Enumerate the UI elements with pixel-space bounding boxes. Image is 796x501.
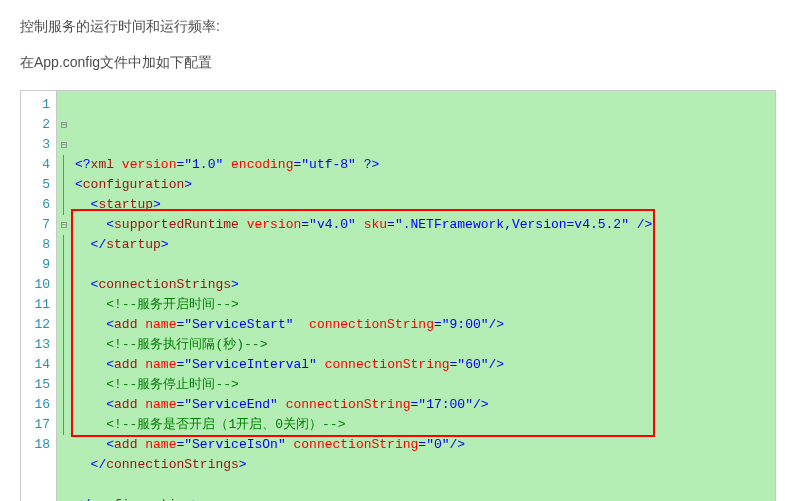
code-line: <!--服务开启时间-->: [75, 295, 769, 315]
code-line: <add name="ServiceStart" connectionStrin…: [75, 315, 769, 335]
fold-guide: [63, 175, 64, 195]
line-number: 16: [25, 395, 50, 415]
intro-paragraph-2: 在App.config文件中加如下配置: [20, 54, 776, 72]
line-number: 2: [25, 115, 50, 135]
code-line: <supportedRuntime version="v4.0" sku=".N…: [75, 215, 769, 235]
fold-guide: [63, 235, 64, 255]
code-block: 123456789101112131415161718 ⊟⊟⊟ <?xml ve…: [20, 90, 776, 501]
line-number: 1: [25, 95, 50, 115]
code-line: <!--服务是否开启（1开启、0关闭）-->: [75, 415, 769, 435]
code-line: <!--服务停止时间-->: [75, 375, 769, 395]
fold-guide: [63, 375, 64, 395]
code-line: [75, 475, 769, 495]
fold-column: ⊟⊟⊟: [57, 91, 71, 501]
line-number: 15: [25, 375, 50, 395]
fold-guide: [63, 155, 64, 175]
code-line: </configuration>: [75, 495, 769, 501]
line-number: 5: [25, 175, 50, 195]
fold-guide: [63, 295, 64, 315]
line-number-gutter: 123456789101112131415161718: [21, 91, 57, 501]
line-number: 12: [25, 315, 50, 335]
line-number: 7: [25, 215, 50, 235]
fold-guide: [63, 415, 64, 435]
code-line: <?xml version="1.0" encoding="utf-8" ?>: [75, 155, 769, 175]
line-number: 9: [25, 255, 50, 275]
fold-guide: [63, 315, 64, 335]
code-line: <!--服务执行间隔(秒)-->: [75, 335, 769, 355]
line-number: 13: [25, 335, 50, 355]
fold-guide: [63, 195, 64, 215]
code-line: </connectionStrings>: [75, 455, 769, 475]
code-line: <connectionStrings>: [75, 275, 769, 295]
line-number: 10: [25, 275, 50, 295]
line-number: 17: [25, 415, 50, 435]
fold-guide: [57, 95, 71, 115]
intro-paragraph-1: 控制服务的运行时间和运行频率:: [20, 18, 776, 36]
fold-guide: [57, 435, 71, 455]
line-number: 18: [25, 435, 50, 455]
line-number: 11: [25, 295, 50, 315]
code-line: <add name="ServiceIsOn" connectionString…: [75, 435, 769, 455]
code-content: <?xml version="1.0" encoding="utf-8" ?><…: [71, 91, 775, 501]
fold-guide: [63, 395, 64, 415]
fold-guide: [63, 255, 64, 275]
code-line: <configuration>: [75, 175, 769, 195]
line-number: 3: [25, 135, 50, 155]
fold-guide: [63, 335, 64, 355]
line-number: 14: [25, 355, 50, 375]
code-line: <startup>: [75, 195, 769, 215]
code-line: [75, 255, 769, 275]
fold-guide: [63, 355, 64, 375]
fold-toggle-icon[interactable]: ⊟: [57, 215, 71, 235]
code-line: <add name="ServiceInterval" connectionSt…: [75, 355, 769, 375]
fold-toggle-icon[interactable]: ⊟: [57, 115, 71, 135]
line-number: 8: [25, 235, 50, 255]
line-number: 6: [25, 195, 50, 215]
code-line: <add name="ServiceEnd" connectionString=…: [75, 395, 769, 415]
fold-guide: [63, 275, 64, 295]
fold-toggle-icon[interactable]: ⊟: [57, 135, 71, 155]
line-number: 4: [25, 155, 50, 175]
code-line: </startup>: [75, 235, 769, 255]
